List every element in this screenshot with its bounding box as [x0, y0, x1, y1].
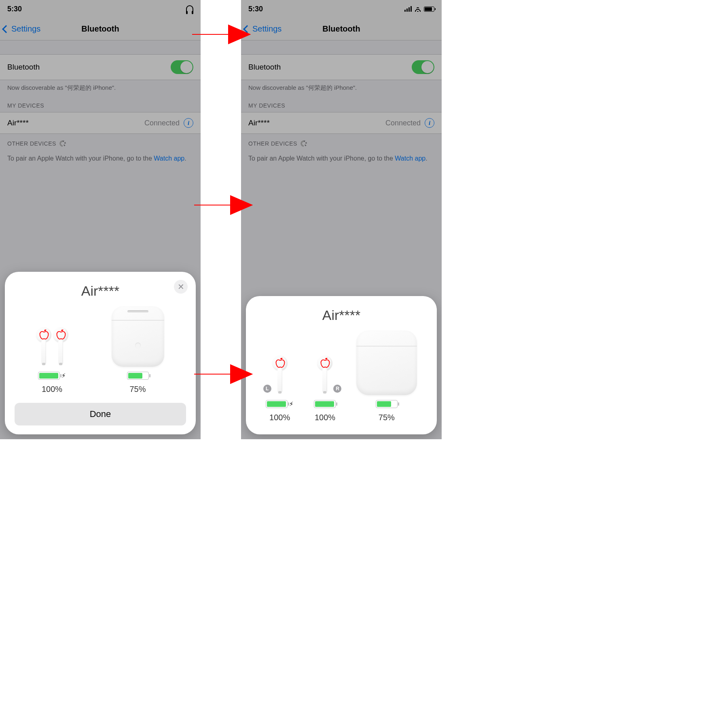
- airpods-case-icon: [112, 306, 164, 367]
- other-devices-label: OTHER DEVICES: [248, 140, 297, 147]
- earbuds-percent: 100%: [42, 385, 62, 394]
- back-label: Settings: [11, 24, 40, 34]
- other-devices-header: OTHER DEVICES: [0, 134, 201, 150]
- device-name: Air****: [248, 119, 270, 127]
- left-earbud-column: L ⚡︎ 100%: [266, 356, 294, 422]
- watch-hint: To pair an Apple Watch with your iPhone,…: [241, 150, 442, 167]
- red-arrow-icon: [192, 191, 253, 219]
- airpods-card-compact: Air****: [5, 272, 196, 434]
- case-percent: 75%: [379, 413, 395, 422]
- battery-icon: [127, 372, 149, 380]
- info-icon[interactable]: i: [184, 118, 193, 128]
- airpod-right-icon: [54, 327, 68, 367]
- other-devices-header: OTHER DEVICES: [241, 134, 442, 150]
- chevron-left-icon: [2, 25, 10, 33]
- apple-outline-icon: [320, 358, 331, 369]
- apple-outline-icon: [55, 330, 67, 341]
- status-bar: 5:30: [241, 0, 442, 18]
- spinner-icon: [59, 140, 66, 147]
- airpods-case-icon: [356, 330, 417, 395]
- phone-right: 5:30 Settings Bluetooth Bluetooth Now di…: [241, 0, 442, 439]
- airpod-right-icon: R: [318, 356, 332, 395]
- bluetooth-toggle-row[interactable]: Bluetooth: [241, 54, 442, 80]
- earbuds-column: ⚡︎ 100%: [37, 327, 68, 394]
- battery-icon: [376, 400, 398, 408]
- status-time: 5:30: [7, 5, 22, 13]
- close-button[interactable]: [174, 280, 188, 294]
- right-percent: 100%: [315, 413, 335, 422]
- airpod-left-icon: L: [273, 356, 287, 395]
- done-button[interactable]: Done: [15, 403, 186, 425]
- card-title: Air****: [15, 283, 186, 299]
- discoverable-caption: Now discoverable as "何荣超的 iPhone".: [0, 80, 201, 96]
- red-arrow-icon: [192, 360, 253, 388]
- nav-bar: Settings Bluetooth: [0, 18, 201, 40]
- battery-status-icon: [424, 6, 434, 12]
- done-label: Done: [90, 409, 111, 419]
- hint-suffix: .: [425, 155, 427, 162]
- phone-left: 5:30 Settings Bluetooth Bluetooth Now di…: [0, 0, 201, 439]
- wifi-icon: [414, 6, 421, 12]
- airpods-card-expanded: Air**** L ⚡︎ 100%: [246, 296, 437, 434]
- device-row[interactable]: Air**** Connected i: [241, 112, 442, 134]
- device-status: Connected: [144, 119, 180, 127]
- case-column: 75%: [112, 306, 164, 394]
- other-devices-label: OTHER DEVICES: [7, 140, 56, 147]
- apple-outline-icon: [38, 330, 50, 341]
- charging-bolt-icon: ⚡︎: [61, 372, 66, 379]
- status-time: 5:30: [248, 5, 263, 13]
- airpod-left-icon: [37, 327, 51, 367]
- hint-prefix: To pair an Apple Watch with your iPhone,…: [248, 155, 395, 162]
- device-status: Connected: [385, 119, 421, 127]
- my-devices-header: MY DEVICES: [241, 96, 442, 112]
- bluetooth-row-label: Bluetooth: [248, 63, 281, 72]
- device-name: Air****: [7, 119, 29, 127]
- back-label: Settings: [252, 24, 281, 34]
- charging-bolt-icon: ⚡︎: [289, 400, 294, 408]
- hint-suffix: .: [184, 155, 186, 162]
- headphones-icon: [186, 5, 193, 13]
- back-button[interactable]: Settings: [0, 24, 40, 34]
- left-percent: 100%: [269, 413, 290, 422]
- case-percent: 75%: [129, 385, 146, 394]
- battery-icon: [266, 400, 288, 408]
- device-row[interactable]: Air**** Connected i: [0, 112, 201, 134]
- battery-icon: [38, 372, 60, 380]
- right-badge: R: [333, 385, 341, 393]
- info-icon[interactable]: i: [425, 118, 434, 128]
- toggle-on-icon[interactable]: [412, 60, 434, 74]
- toggle-on-icon[interactable]: [171, 60, 193, 74]
- left-badge: L: [263, 385, 271, 393]
- watch-app-link[interactable]: Watch app: [395, 155, 425, 162]
- watch-app-link[interactable]: Watch app: [154, 155, 184, 162]
- card-title: Air****: [256, 307, 427, 323]
- watch-hint: To pair an Apple Watch with your iPhone,…: [0, 150, 201, 167]
- right-earbud-column: R 100%: [314, 356, 336, 422]
- red-arrow-icon: [190, 20, 251, 49]
- hint-prefix: To pair an Apple Watch with your iPhone,…: [7, 155, 154, 162]
- nav-bar: Settings Bluetooth: [241, 18, 442, 40]
- bluetooth-row-label: Bluetooth: [7, 63, 40, 72]
- spinner-icon: [301, 140, 307, 147]
- battery-icon: [314, 400, 336, 408]
- apple-outline-icon: [275, 358, 286, 369]
- cellular-icon: [404, 6, 412, 12]
- status-bar: 5:30: [0, 0, 201, 18]
- bluetooth-toggle-row[interactable]: Bluetooth: [0, 54, 201, 80]
- discoverable-caption: Now discoverable as "何荣超的 iPhone".: [241, 80, 442, 96]
- case-column: 75%: [356, 330, 417, 422]
- my-devices-header: MY DEVICES: [0, 96, 201, 112]
